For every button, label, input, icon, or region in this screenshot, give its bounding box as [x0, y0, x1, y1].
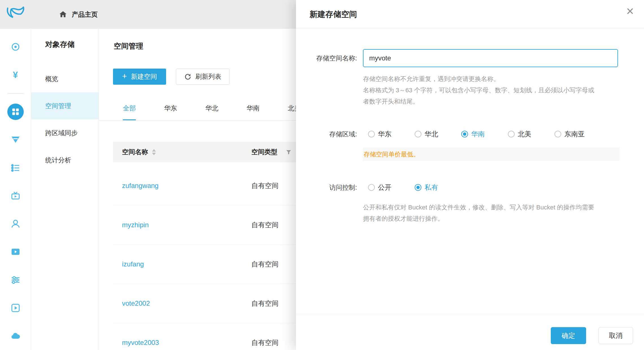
confirm-button[interactable]: 确定 — [551, 327, 586, 344]
radio-label: 北美 — [518, 130, 531, 139]
sidebar-item-cross-region-sync[interactable]: 跨区域同步 — [31, 119, 99, 146]
video-icon — [11, 247, 20, 257]
radio-label: 东南亚 — [564, 130, 585, 139]
bucket-type: 自有空间 — [251, 338, 279, 347]
radio-circle — [415, 131, 421, 137]
bucket-type: 自有空间 — [251, 260, 279, 269]
cdn-funnel-icon — [11, 135, 20, 145]
rail-item-face[interactable] — [0, 210, 31, 238]
access-radio-private[interactable]: 私有 — [415, 183, 438, 192]
refresh-icon — [184, 73, 192, 80]
home-icon — [59, 10, 67, 19]
radio-circle — [415, 184, 421, 191]
storage-active-circle — [7, 104, 24, 120]
rail-item-pipeline[interactable] — [0, 266, 31, 294]
radio-label: 华南 — [471, 130, 485, 139]
cloud-icon — [11, 331, 20, 341]
bucket-name-row: 存储空间名称: — [296, 49, 644, 67]
toolbar: + 新建空间 刷新列表 — [113, 69, 230, 85]
access-radio-public[interactable]: 公开 — [368, 183, 391, 192]
filter-icon[interactable] — [286, 149, 291, 155]
bucket-name-link[interactable]: myvote2003 — [113, 339, 251, 347]
help-line: 拥有者的授权才能进行操作。 — [363, 213, 594, 224]
bucket-type: 自有空间 — [251, 181, 279, 190]
bucket-name-link[interactable]: myzhipin — [113, 221, 251, 229]
drawer-title: 新建存储空间 — [310, 9, 357, 20]
rail-divider — [7, 93, 24, 93]
radio-circle — [554, 131, 561, 137]
region-radio-north-america[interactable]: 北美 — [508, 130, 531, 139]
sidebar-item-space-management[interactable]: 空间管理 — [31, 92, 99, 119]
tab-east-china[interactable]: 华东 — [164, 100, 177, 120]
list-icon — [11, 163, 20, 173]
bucket-type: 自有空间 — [251, 299, 279, 308]
radio-label: 华东 — [378, 130, 391, 139]
new-bucket-drawer: 新建存储空间 × 存储空间名称: 存储空间名称不允许重复，遇到冲突请更换名称。 … — [296, 0, 644, 350]
region-row: 存储区域: 华东 华北 华南 — [296, 130, 644, 139]
table-header-type-label: 空间类型 — [251, 148, 277, 156]
region-price-note-text: 存储空间单价最低。 — [364, 150, 419, 159]
bucket-name-link[interactable]: izufang — [113, 260, 251, 268]
refresh-list-button[interactable]: 刷新列表 — [176, 69, 230, 85]
bucket-name-help: 存储空间名称不允许重复，遇到冲突请更换名称。 名称格式为 3～63 个字符，可以… — [363, 73, 594, 107]
access-control-row: 访问控制: 公开 私有 — [296, 183, 644, 192]
close-icon[interactable]: × — [626, 5, 634, 18]
rail-item-video[interactable] — [0, 238, 31, 266]
tab-north-china[interactable]: 华北 — [205, 100, 218, 120]
rail-item-cdn[interactable] — [0, 126, 31, 154]
tab-south-china[interactable]: 华南 — [247, 100, 260, 120]
tab-all[interactable]: 全部 — [123, 100, 136, 120]
region-radio-south-china[interactable]: 华南 — [461, 130, 485, 139]
cancel-button[interactable]: 取消 — [599, 327, 633, 344]
rail-item-cloud[interactable] — [0, 322, 31, 350]
plus-icon: + — [122, 72, 127, 80]
product-home-link[interactable]: 产品主页 — [59, 10, 98, 19]
page-title: 空间管理 — [114, 41, 143, 51]
rail-item-player[interactable] — [0, 294, 31, 322]
radio-circle — [508, 131, 515, 137]
bucket-name-link[interactable]: zufangwang — [113, 182, 251, 190]
rail-item-list-service[interactable] — [0, 154, 31, 182]
player-icon — [11, 303, 20, 313]
table-header-name: 空间名称 — [113, 148, 251, 156]
new-space-button-label: 新建空间 — [131, 72, 157, 81]
region-radio-north-china[interactable]: 华北 — [415, 130, 438, 139]
dora-icon — [11, 42, 20, 52]
radio-circle — [368, 184, 375, 191]
sidebar: 对象存储 概览 空间管理 跨区域同步 统计分析 — [31, 29, 99, 350]
sidebar-item-statistics[interactable]: 统计分析 — [31, 146, 99, 174]
help-line: 公开和私有仅对 Bucket 的读文件生效，修改、删除、写入等对 Bucket … — [363, 202, 594, 213]
rail-item-dora[interactable] — [0, 33, 31, 61]
sort-toggle[interactable] — [152, 149, 156, 155]
rail-item-finance[interactable]: ¥ — [0, 61, 31, 89]
help-line: 存储空间名称不允许重复，遇到冲突请更换名称。 — [363, 73, 594, 85]
drawer-header: 新建存储空间 × — [296, 0, 644, 29]
sidebar-title: 对象存储 — [45, 40, 99, 49]
finance-icon: ¥ — [13, 70, 18, 79]
table-header-name-label: 空间名称 — [122, 148, 148, 156]
qiniu-logo[interactable] — [0, 6, 31, 23]
access-control-label: 访问控制: — [296, 183, 357, 192]
region-radio-east-china[interactable]: 华东 — [368, 130, 391, 139]
product-icon-rail: ¥ — [0, 29, 31, 350]
bucket-type: 自有空间 — [251, 220, 279, 229]
sliders-icon — [11, 275, 20, 285]
qiniu-logo-icon — [5, 6, 26, 23]
radio-circle — [368, 131, 375, 137]
live-tv-icon — [11, 191, 20, 201]
drawer-body: 存储空间名称: 存储空间名称不允许重复，遇到冲突请更换名称。 名称格式为 3～6… — [296, 29, 644, 314]
radio-label: 公开 — [378, 183, 391, 192]
bucket-name-input[interactable] — [363, 49, 618, 67]
radio-label: 华北 — [425, 130, 438, 139]
rail-item-live[interactable] — [0, 182, 31, 210]
new-space-button[interactable]: + 新建空间 — [113, 69, 166, 85]
region-price-note: 存储空间单价最低。 — [363, 148, 619, 161]
bucket-name-link[interactable]: vote2002 — [113, 299, 251, 307]
table-header-type: 空间类型 — [251, 148, 291, 156]
help-line: 者数字开头和结尾。 — [363, 96, 594, 107]
sidebar-item-overview[interactable]: 概览 — [31, 65, 99, 92]
region-radio-southeast-asia[interactable]: 东南亚 — [554, 130, 585, 139]
rail-item-object-storage[interactable] — [0, 98, 31, 126]
region-label: 存储区域: — [296, 130, 357, 139]
help-line: 名称格式为 3～63 个字符，可以包含小写字母、数字、短划线，且必须以小写字母或 — [363, 85, 594, 96]
